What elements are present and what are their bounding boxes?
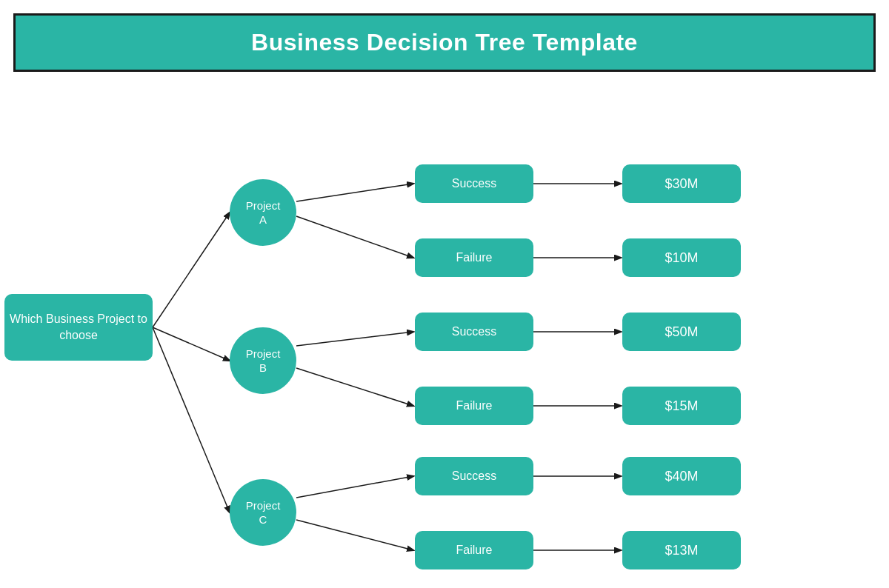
a-success-box: Success <box>415 164 533 203</box>
svg-line-3 <box>296 184 413 201</box>
value-a-failure: $10M <box>622 238 741 277</box>
svg-line-8 <box>296 520 413 550</box>
value-b-success: $50M <box>622 313 741 351</box>
page-title: Business Decision Tree Template <box>251 29 638 56</box>
project-c-node: ProjectC <box>230 479 296 546</box>
c-success-box: Success <box>415 457 533 495</box>
svg-line-7 <box>296 476 413 498</box>
svg-line-0 <box>153 213 230 327</box>
value-b-failure: $15M <box>622 387 741 425</box>
b-success-box: Success <box>415 313 533 351</box>
svg-line-6 <box>296 368 413 406</box>
value-a-success: $30M <box>622 164 741 203</box>
header-bar: Business Decision Tree Template <box>13 13 876 72</box>
svg-line-4 <box>296 216 413 258</box>
a-failure-box: Failure <box>415 238 533 277</box>
diagram-area: Which Business Project to choose Project… <box>0 79 889 588</box>
c-failure-box: Failure <box>415 531 533 569</box>
value-c-success: $40M <box>622 457 741 495</box>
project-b-node: ProjectB <box>230 327 296 394</box>
svg-line-5 <box>296 332 413 346</box>
project-a-node: ProjectA <box>230 179 296 246</box>
value-c-failure: $13M <box>622 531 741 569</box>
b-failure-box: Failure <box>415 387 533 425</box>
root-decision-box: Which Business Project to choose <box>4 294 153 361</box>
